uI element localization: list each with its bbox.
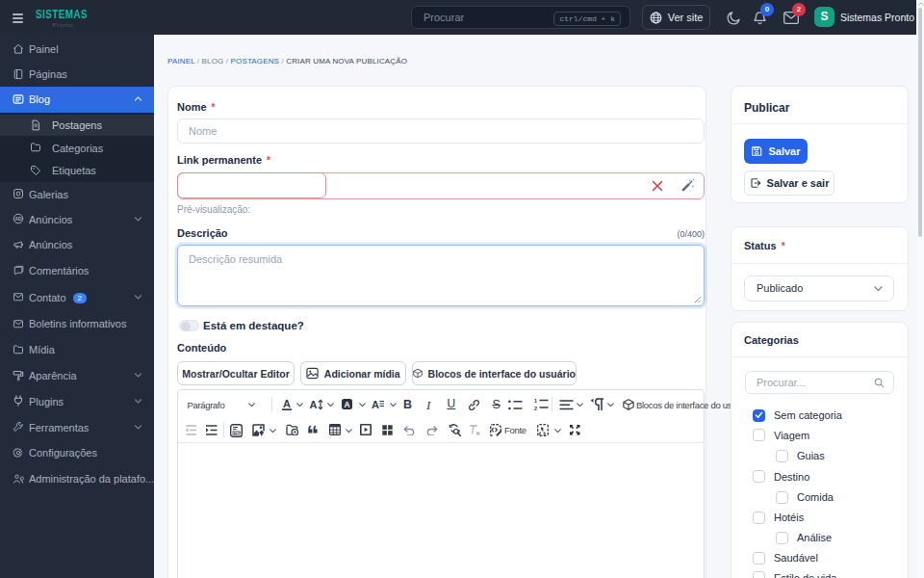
svg-text:A: A: [310, 399, 318, 410]
svg-text:A: A: [372, 399, 379, 410]
svg-text:1: 1: [534, 398, 537, 404]
svg-text:A: A: [344, 399, 349, 408]
svg-text:2: 2: [534, 406, 537, 411]
svg-text:HTML: HTML: [232, 431, 241, 434]
svg-text:A: A: [283, 398, 291, 409]
